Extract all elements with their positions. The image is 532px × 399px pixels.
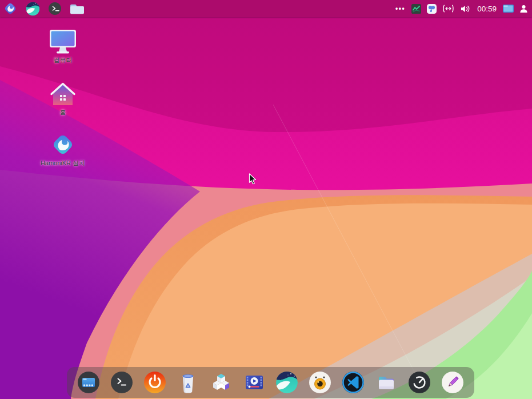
home-icon [49,82,77,107]
desktop-icon-hamonikr-installer[interactable]: HamoniKR 설치 [33,131,93,166]
clock[interactable]: 00:59 [476,5,498,13]
terminal-launcher[interactable] [46,1,63,17]
camera-icon [309,371,331,394]
whale-browser-icon [26,2,40,16]
dock-vscode[interactable] [342,371,365,394]
input-method-tray-icon[interactable] [426,1,437,17]
dock-whale-browser[interactable] [275,371,298,394]
dock-video-player[interactable] [243,371,266,394]
hamonikr-menu-icon [3,1,18,16]
mouse-cursor [249,173,258,185]
dock-text-editor[interactable] [441,371,464,394]
whale-browser-launcher[interactable] [24,1,41,17]
volume-tray-icon[interactable] [459,1,471,17]
display-tray-icon[interactable] [502,1,514,17]
dock-power[interactable] [143,371,166,394]
dock [67,367,474,398]
system-graph-tray-icon[interactable] [411,1,422,17]
network-tray-icon[interactable] [442,1,455,17]
vscode-icon [342,371,365,394]
desktop-icon-label: HamoniKR 설치 [41,159,85,166]
desktop-screen: ••• [0,0,532,399]
dock-terminal[interactable] [110,371,133,394]
whale-browser-icon [275,371,298,394]
terminal-icon [48,2,62,15]
terminal-icon [110,371,133,394]
menu-button[interactable] [2,1,19,17]
dock-gauge-monitor[interactable] [408,371,431,394]
tray-overflow-button[interactable]: ••• [394,1,406,17]
user-tray-icon[interactable] [519,1,529,17]
system-tray: ••• [394,1,532,17]
package-cubes-icon [210,371,233,394]
dock-trash[interactable] [177,371,199,394]
dock-file-manager[interactable] [375,371,398,394]
gauge-icon [408,371,431,394]
desktop-icon-label: 컴퓨터 [54,57,73,63]
dock-package-manager[interactable] [210,371,233,394]
video-player-icon [243,371,266,394]
power-icon [143,371,166,394]
text-editor-pencil-icon [441,371,464,394]
dock-camera[interactable] [309,371,331,394]
trash-icon [177,371,199,394]
hamonikr-installer-icon [50,131,76,158]
desktop-icon-home[interactable]: 홈 [33,82,93,115]
desktop-icon-computer[interactable]: 컴퓨터 [33,29,93,63]
file-manager-icon [375,371,398,394]
desktop-icon-label: 홈 [60,109,66,115]
file-manager-launcher[interactable] [69,1,86,17]
top-panel: ••• [0,0,532,17]
show-desktop-icon [77,371,100,394]
computer-icon [48,29,78,55]
dock-show-desktop[interactable] [77,371,100,394]
panel-launchers [0,1,86,17]
file-manager-icon [70,3,85,15]
